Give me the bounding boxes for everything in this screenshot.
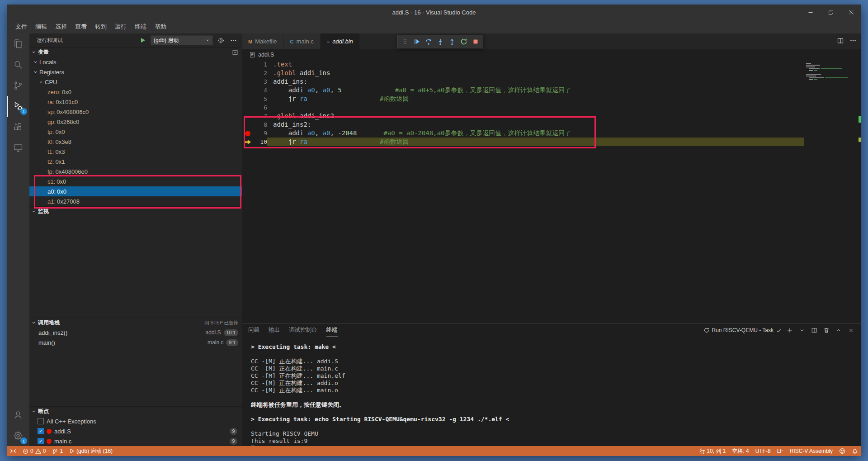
eol-status[interactable]: LF [774, 446, 787, 456]
breakpoint-row[interactable]: ✓main.c9 [29, 436, 242, 446]
breakpoint-row[interactable]: ✓addi.S9 [29, 426, 242, 436]
breakpoint-row[interactable]: All C++ Exceptions [29, 416, 242, 426]
register-row-gp[interactable]: gp: 0x268c0 [29, 117, 242, 127]
code-line-6[interactable]: 6 [242, 103, 861, 112]
menu-item-0[interactable]: 文件 [11, 22, 31, 32]
current-line-arrow-icon[interactable] [242, 138, 254, 146]
callstack-frame[interactable]: main()main.c9:1 [29, 337, 242, 347]
code-line-7[interactable]: 7.globl addi_ins2 [242, 112, 861, 120]
split-terminal-button[interactable] [810, 326, 818, 334]
panel-tab-终端[interactable]: 终端 [326, 323, 338, 337]
close-button[interactable] [841, 5, 861, 20]
variables-group-registers[interactable]: Registers [29, 67, 242, 77]
breakpoints-section-header[interactable]: 断点 [29, 406, 242, 416]
minimap[interactable] [806, 63, 855, 81]
sidebar-item-search[interactable] [7, 54, 29, 75]
code-editor[interactable]: 1.text2.globl addi_ins3addi_ins:4 addi a… [242, 60, 861, 323]
breadcrumb[interactable]: addi.S [242, 49, 861, 60]
new-terminal-button[interactable] [786, 326, 794, 334]
language-mode[interactable]: RISC-V Assembly [787, 446, 836, 456]
menu-item-5[interactable]: 运行 [111, 22, 131, 32]
remote-indicator[interactable] [7, 446, 19, 456]
register-row-t1[interactable]: t1: 0x3 [29, 147, 242, 157]
menu-item-6[interactable]: 终端 [131, 22, 151, 32]
sidebar-item-run-debug[interactable]: 1 [7, 96, 29, 117]
register-row-zero[interactable]: zero: 0x0 [29, 87, 242, 97]
code-line-5[interactable]: 5 jr ra #函数返回 [242, 95, 861, 103]
sidebar-item-remote-explorer[interactable] [7, 138, 29, 158]
breakpoint-checkbox[interactable]: ✓ [38, 428, 44, 434]
split-editor-button[interactable] [837, 37, 844, 46]
tab-addi.bin[interactable]: ≡addi.bin [321, 33, 360, 49]
terminal-output[interactable]: > Executing task: make <CC -[M] 正在构建... … [242, 337, 861, 446]
register-row-ra[interactable]: ra: 0x101c0 [29, 97, 242, 107]
start-debugging-button[interactable] [138, 35, 148, 45]
code-line-9[interactable]: 9 addi a0, a0, -2048 #a0 = a0-2048,a0是参数… [242, 129, 861, 138]
menu-item-7[interactable]: 帮助 [151, 22, 170, 32]
callstack-frame[interactable]: addi_ins2()addi.S10:1 [29, 328, 242, 337]
toolbar-drag-handle[interactable] [400, 36, 410, 47]
debug-config-dropdown[interactable]: (gdb) 启动 [151, 35, 213, 45]
sidebar-item-explorer[interactable] [7, 33, 29, 54]
terminal-task-selector[interactable]: Run RISCV-QEMU - Task [703, 327, 782, 333]
code-line-2[interactable]: 2.globl addi_ins [242, 69, 861, 77]
debug-settings-gear-icon[interactable] [216, 35, 226, 45]
code-line-1[interactable]: 1.text [242, 60, 861, 69]
menu-item-3[interactable]: 查看 [71, 22, 91, 32]
variables-section-header[interactable]: 变量 [29, 47, 242, 57]
register-row-t0[interactable]: t0: 0x3e8 [29, 137, 242, 147]
menu-item-4[interactable]: 转到 [91, 22, 111, 32]
collapse-all-icon[interactable] [232, 49, 238, 56]
settings-button[interactable]: 1 [7, 425, 29, 446]
callstack-section-header[interactable]: 调用堆栈 因 STEP 已暂停 [29, 318, 242, 328]
panel-tab-输出[interactable]: 输出 [269, 323, 280, 337]
tab-main.c[interactable]: Cmain.c [284, 33, 321, 49]
accounts-button[interactable] [7, 404, 29, 425]
minimize-button[interactable] [800, 5, 821, 20]
kill-terminal-button[interactable] [822, 326, 830, 334]
code-line-8[interactable]: 8addi_ins2: [242, 120, 861, 129]
register-row-s1[interactable]: s1: 0x0 [29, 176, 242, 186]
register-row-a1[interactable]: a1: 0x27008 [29, 196, 242, 206]
register-row-sp[interactable]: sp: 0x408006c0 [29, 107, 242, 117]
editor-more-actions-button[interactable] [849, 37, 857, 46]
indentation-status[interactable]: 空格: 4 [729, 446, 752, 456]
breakpoint-checkbox[interactable] [38, 418, 44, 424]
variables-group-locals[interactable]: Locals [29, 57, 242, 67]
code-line-3[interactable]: 3addi_ins: [242, 77, 861, 86]
debug-status[interactable]: (gdb) 启动 (16) [66, 446, 116, 456]
tab-Makefile[interactable]: MMakefile [242, 33, 284, 49]
cursor-position[interactable]: 行 10, 列 1 [697, 446, 729, 456]
breakpoint-checkbox[interactable]: ✓ [38, 438, 44, 444]
menu-item-1[interactable]: 编辑 [31, 22, 51, 32]
feedback-button[interactable] [836, 446, 849, 456]
watch-section-header[interactable]: 监视 [29, 206, 242, 216]
terminal-dropdown-button[interactable] [798, 326, 806, 334]
more-actions-icon[interactable] [228, 35, 238, 45]
menu-item-2[interactable]: 选择 [51, 22, 71, 32]
breakpoint-glyph[interactable] [242, 129, 254, 138]
restore-button[interactable] [821, 5, 841, 20]
maximize-panel-button[interactable] [835, 326, 843, 334]
encoding-status[interactable]: UTF-8 [752, 446, 774, 456]
problems-status[interactable]: 0 0 [19, 446, 49, 456]
register-row-a0[interactable]: a0: 0x0 [29, 186, 242, 196]
register-row-t2[interactable]: t2: 0x1 [29, 157, 242, 166]
restart-button[interactable] [458, 36, 469, 47]
register-row-fp[interactable]: fp: 0x408006e0 [29, 166, 242, 176]
step-out-button[interactable] [447, 36, 458, 47]
sidebar-item-extensions[interactable] [7, 117, 29, 138]
register-row-tp[interactable]: tp: 0x0 [29, 127, 242, 137]
source-control-status[interactable]: 1 [49, 446, 66, 456]
step-into-button[interactable] [435, 36, 446, 47]
panel-tab-问题[interactable]: 问题 [248, 323, 259, 337]
panel-tab-调试控制台[interactable]: 调试控制台 [289, 323, 317, 337]
code-line-4[interactable]: 4 addi a0, a0, 5 #a0 = a0+5,a0是参数，又是返回值，… [242, 86, 861, 95]
continue-button[interactable] [411, 36, 422, 47]
notifications-button[interactable] [849, 446, 861, 456]
code-line-10[interactable]: 10 jr ra #函数返回 [242, 138, 861, 146]
close-panel-button[interactable] [847, 326, 855, 334]
variables-group-cpu[interactable]: CPU [29, 77, 242, 87]
stop-button[interactable] [470, 36, 481, 47]
sidebar-item-source-control[interactable] [7, 75, 29, 96]
